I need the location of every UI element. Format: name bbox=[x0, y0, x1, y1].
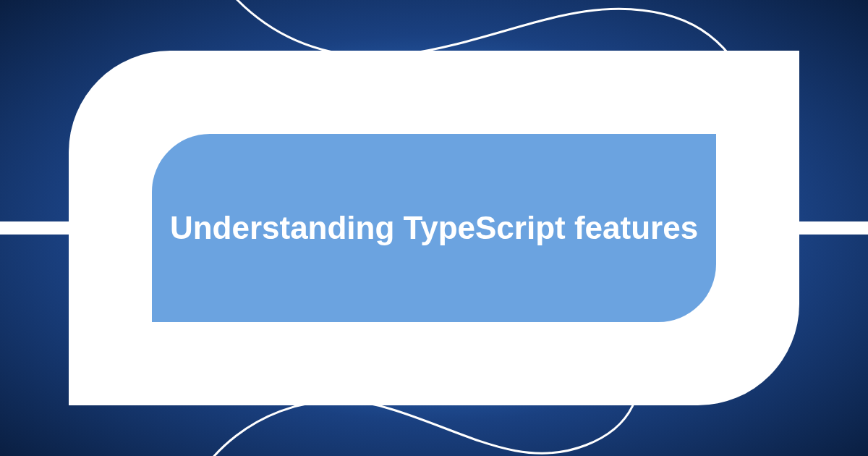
logo-frame-shape: Understanding TypeScript features bbox=[69, 51, 799, 405]
page-title: Understanding TypeScript features bbox=[170, 210, 698, 246]
title-panel: Understanding TypeScript features bbox=[152, 134, 716, 322]
